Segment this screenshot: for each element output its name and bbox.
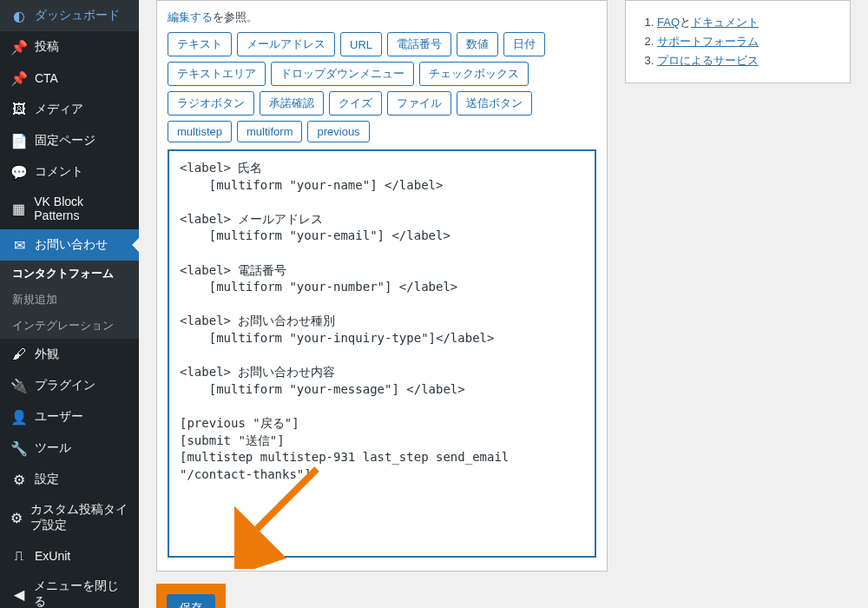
save-highlight: 保存 [156, 584, 226, 608]
editor-area: 編集するを参照。 テキストメールアドレスURL電話番号数値日付テキストエリアドロ… [156, 0, 608, 591]
sidebar-item-comments[interactable]: 💬コメント [0, 156, 139, 188]
tag-button[interactable]: multiform [237, 121, 302, 142]
main-content: 編集するを参照。 テキストメールアドレスURL電話番号数値日付テキストエリアドロ… [139, 0, 868, 608]
tag-button[interactable]: 数値 [457, 32, 498, 56]
help-link-faq[interactable]: FAQ [657, 16, 680, 29]
tag-button[interactable]: テキストエリア [168, 62, 266, 86]
tag-button[interactable]: 電話番号 [387, 32, 451, 56]
sidebar-item-cta[interactable]: 📌CTA [0, 63, 139, 94]
sidebar-sub-integration[interactable]: インテグレーション [0, 313, 139, 339]
edit-note-suffix: を参照。 [213, 10, 258, 23]
wrench-icon: 🔧 [10, 439, 28, 457]
form-panel: 編集するを参照。 テキストメールアドレスURL電話番号数値日付テキストエリアドロ… [156, 0, 608, 572]
page-icon: 📄 [10, 132, 28, 149]
gear-icon: ⚙ [10, 509, 23, 526]
help-link-docs[interactable]: ドキュメント [691, 16, 759, 29]
sidebar-item-label: ツール [35, 440, 71, 456]
sidebar-item-label: CTA [35, 71, 58, 85]
help-item: サポートフォーラム [657, 34, 836, 50]
sidebar-item-plugins[interactable]: 🔌プラグイン [0, 370, 139, 401]
sidebar-item-posts[interactable]: 📌投稿 [0, 31, 139, 63]
sidebar-item-label: メディア [35, 102, 83, 117]
help-item: FAQとドキュメント [657, 15, 836, 30]
tag-button[interactable]: ドロップダウンメニュー [271, 62, 414, 86]
comment-icon: 💬 [10, 163, 28, 181]
pin-icon: 📌 [10, 38, 28, 56]
sidebar-item-label: ダッシュボード [35, 8, 120, 23]
admin-sidebar: ◐ダッシュボード 📌投稿 📌CTA 🖼メディア 📄固定ページ 💬コメント ▦VK… [0, 0, 139, 608]
tag-button[interactable]: 日付 [503, 32, 545, 56]
tag-button[interactable]: テキスト [168, 32, 232, 56]
user-icon: 👤 [10, 408, 28, 426]
sidebar-item-dashboard[interactable]: ◐ダッシュボード [0, 0, 139, 31]
sidebar-item-appearance[interactable]: 🖌外観 [0, 339, 139, 370]
mail-icon: ✉ [10, 236, 28, 254]
sidebar-item-collapse[interactable]: ◀メニューを閉じる [0, 572, 139, 608]
sidebar-item-settings[interactable]: ⚙設定 [0, 464, 139, 495]
sidebar-submenu: コンタクトフォーム 新規追加 インテグレーション [0, 261, 139, 339]
tag-button[interactable]: 承諾確認 [260, 91, 324, 116]
sidebar-item-label: 固定ページ [35, 133, 95, 149]
pin-icon: 📌 [10, 69, 28, 87]
exunit-icon: ⎍ [10, 547, 28, 565]
help-list: FAQとドキュメント サポートフォーラム プロによるサービス [640, 15, 836, 69]
sidebar-item-label: ユーザー [35, 409, 83, 425]
save-button[interactable]: 保存 [167, 594, 215, 608]
sidebar-item-label: ExUnit [35, 549, 70, 563]
help-box: FAQとドキュメント サポートフォーラム プロによるサービス [625, 0, 851, 83]
sidebar-item-label: コメント [35, 164, 83, 180]
tag-button[interactable]: multistep [168, 121, 232, 142]
sidebar-sub-contact-forms[interactable]: コンタクトフォーム [0, 261, 139, 287]
sidebar-item-label: 投稿 [35, 39, 59, 55]
tag-button[interactable]: ラジオボタン [168, 91, 254, 116]
help-link-pro[interactable]: プロによるサービス [657, 54, 759, 67]
tag-button[interactable]: previous [307, 121, 369, 142]
sidebar-item-tools[interactable]: 🔧ツール [0, 433, 139, 464]
tag-button[interactable]: ファイル [387, 91, 451, 116]
form-code-editor[interactable] [168, 149, 596, 558]
dashboard-icon: ◐ [10, 7, 28, 24]
media-icon: 🖼 [10, 101, 28, 118]
tag-button[interactable]: チェックボックス [419, 62, 529, 86]
grid-icon: ▦ [10, 200, 27, 217]
tag-button[interactable]: URL [340, 32, 382, 56]
sidebar-item-pages[interactable]: 📄固定ページ [0, 125, 139, 156]
sidebar-sub-add-new[interactable]: 新規追加 [0, 287, 139, 313]
sidebar-item-label: メニューを閉じる [34, 578, 128, 608]
sidebar-item-label: お問い合わせ [35, 237, 108, 253]
collapse-icon: ◀ [10, 585, 27, 603]
help-text: と [680, 16, 691, 29]
help-link-support[interactable]: サポートフォーラム [657, 35, 759, 48]
sidebar-item-exunit[interactable]: ⎍ExUnit [0, 540, 139, 572]
sidebar-item-label: 外観 [35, 347, 59, 362]
sidebar-item-users[interactable]: 👤ユーザー [0, 401, 139, 433]
edit-note-link[interactable]: 編集する [168, 10, 213, 23]
tag-button[interactable]: メールアドレス [237, 32, 335, 56]
sidebar-item-media[interactable]: 🖼メディア [0, 94, 139, 125]
edit-note: 編集するを参照。 [168, 10, 596, 25]
sidebar-item-custom-post-type[interactable]: ⚙カスタム投稿タイプ設定 [0, 495, 139, 540]
sidebar-item-label: 設定 [35, 472, 59, 487]
sidebar-item-contact[interactable]: ✉お問い合わせ [0, 229, 139, 261]
sidebar-item-vk-block-patterns[interactable]: ▦VK Block Patterns [0, 188, 139, 229]
tag-button[interactable]: クイズ [329, 91, 382, 116]
sliders-icon: ⚙ [10, 471, 28, 488]
help-item: プロによるサービス [657, 53, 836, 69]
sidebar-item-label: プラグイン [35, 378, 95, 393]
plugin-icon: 🔌 [10, 377, 28, 394]
brush-icon: 🖌 [10, 346, 28, 363]
tag-button[interactable]: 送信ボタン [457, 91, 532, 116]
sidebar-item-label: VK Block Patterns [34, 195, 128, 222]
sidebar-item-label: カスタム投稿タイプ設定 [30, 502, 128, 533]
tag-buttons: テキストメールアドレスURL電話番号数値日付テキストエリアドロップダウンメニュー… [168, 32, 596, 142]
